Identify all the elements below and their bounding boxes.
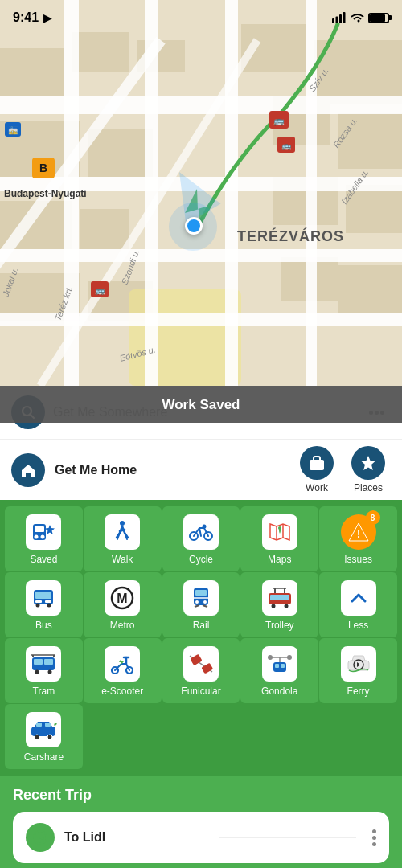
recent-section: Recent Trip To Lidl xyxy=(0,776,402,868)
svg-rect-1 xyxy=(336,17,338,24)
tram-icon xyxy=(26,646,61,682)
trolley-icon-svg xyxy=(267,587,293,609)
escooter-icon-svg xyxy=(110,653,134,675)
map-section[interactable]: Szív u. Rózsa u. Izabella u. Szondi u. T… xyxy=(0,0,402,386)
metro-icon: M xyxy=(105,580,140,616)
less-icon xyxy=(341,580,376,616)
escooter-icon xyxy=(105,646,140,682)
svg-line-84 xyxy=(195,605,199,607)
less-transport-item[interactable]: Less xyxy=(319,572,397,637)
walk-icon-svg xyxy=(112,520,133,544)
bus-icon-svg xyxy=(31,587,55,609)
svg-point-75 xyxy=(36,604,40,608)
svg-point-120 xyxy=(35,735,39,739)
work-quick-action[interactable]: Work xyxy=(294,446,339,493)
svg-marker-61 xyxy=(45,525,55,534)
svg-rect-87 xyxy=(270,595,289,600)
star-icon xyxy=(359,454,377,472)
funicular-transport-item[interactable]: Funicular xyxy=(162,638,240,703)
rail-transport-item[interactable]: Rail xyxy=(162,572,240,637)
svg-point-82 xyxy=(203,600,207,604)
trolley-icon xyxy=(262,580,297,616)
svg-text:B: B xyxy=(39,162,47,174)
home-row: Get Me Home Work Places xyxy=(0,439,402,500)
svg-point-113 xyxy=(268,655,273,660)
escooter-transport-item[interactable]: e-Scooter xyxy=(84,638,162,703)
svg-text:🚌: 🚌 xyxy=(95,285,105,296)
bus-icon xyxy=(26,580,61,616)
gondola-icon xyxy=(262,646,297,682)
tram-transport-item[interactable]: Tram xyxy=(5,638,83,703)
svg-rect-15 xyxy=(80,209,129,249)
svg-rect-117 xyxy=(31,727,55,736)
svg-rect-72 xyxy=(35,592,51,599)
svg-text:M: M xyxy=(117,592,128,605)
gondola-icon-svg xyxy=(267,653,293,675)
svg-point-60 xyxy=(41,535,45,539)
wifi-icon xyxy=(351,13,364,23)
saved-icon xyxy=(26,514,61,550)
svg-marker-56 xyxy=(361,456,375,470)
svg-point-88 xyxy=(271,604,275,608)
funicular-label: Funicular xyxy=(181,686,220,697)
rail-label: Rail xyxy=(193,620,210,631)
places-label: Places xyxy=(354,482,383,493)
svg-text:Budapest-Nyugati: Budapest-Nyugati xyxy=(4,188,87,199)
home-icon xyxy=(20,463,36,477)
gondola-label: Gondola xyxy=(261,686,297,697)
gondola-transport-item[interactable]: Gondola xyxy=(240,638,318,703)
trip-more-button[interactable] xyxy=(372,829,376,846)
places-quick-action[interactable]: Places xyxy=(346,446,391,493)
maps-label: Maps xyxy=(268,554,291,565)
carshare-icon xyxy=(26,712,61,747)
svg-rect-2 xyxy=(339,14,342,23)
status-bar: 9:41 ▶ xyxy=(0,0,402,35)
status-time: 9:41 xyxy=(13,10,39,25)
svg-rect-118 xyxy=(36,723,42,727)
home-icon-button[interactable] xyxy=(11,453,45,487)
carshare-transport-item[interactable]: Carshare xyxy=(5,704,83,769)
svg-rect-80 xyxy=(195,590,207,596)
rail-icon-svg xyxy=(190,586,212,610)
funicular-icon-svg xyxy=(188,653,214,675)
svg-text:!: ! xyxy=(356,527,360,540)
escooter-label: e-Scooter xyxy=(101,686,143,697)
svg-rect-55 xyxy=(310,460,324,470)
carshare-icon-svg xyxy=(30,720,57,739)
metro-transport-item[interactable]: M Metro xyxy=(84,572,162,637)
ferry-icon xyxy=(341,646,376,682)
signal-icon xyxy=(332,12,347,23)
trolley-transport-item[interactable]: Trolley xyxy=(240,572,318,637)
clock-icon xyxy=(32,829,48,845)
svg-rect-58 xyxy=(35,526,44,532)
svg-point-76 xyxy=(47,604,51,608)
walk-transport-item[interactable]: Walk xyxy=(84,506,162,571)
issues-transport-item[interactable]: ! 8 Issues xyxy=(319,506,397,571)
home-label[interactable]: Get Me Home xyxy=(55,463,285,477)
cycle-transport-item[interactable]: Cycle xyxy=(162,506,240,571)
walk-label: Walk xyxy=(112,554,133,565)
warning-icon: ! 8 xyxy=(341,514,376,550)
warning-svg: ! xyxy=(347,522,370,542)
svg-point-59 xyxy=(35,535,39,539)
less-icon-svg xyxy=(347,588,370,608)
svg-line-124 xyxy=(40,837,43,839)
transport-grid: Saved Walk xyxy=(0,500,402,776)
svg-rect-6 xyxy=(72,32,129,72)
less-label: Less xyxy=(348,620,368,631)
bottom-sheet: Get Me Somewhere Work Saved Get Me Home xyxy=(0,386,402,868)
ferry-label: Ferry xyxy=(347,686,370,697)
more-dot xyxy=(372,829,376,833)
trip-separator xyxy=(219,837,357,838)
maps-icon-svg xyxy=(267,521,293,543)
ferry-transport-item[interactable]: Ferry xyxy=(319,638,397,703)
bus-transport-item[interactable]: Bus xyxy=(5,572,83,637)
maps-transport-item[interactable]: Maps xyxy=(240,506,318,571)
recent-trip-card[interactable]: To Lidl xyxy=(13,812,389,863)
maps-icon xyxy=(262,514,297,550)
saved-transport-item[interactable]: Saved xyxy=(5,506,83,571)
svg-rect-73 xyxy=(35,600,42,603)
svg-rect-94 xyxy=(34,659,43,665)
location-dot xyxy=(185,217,203,235)
svg-point-81 xyxy=(195,600,199,604)
